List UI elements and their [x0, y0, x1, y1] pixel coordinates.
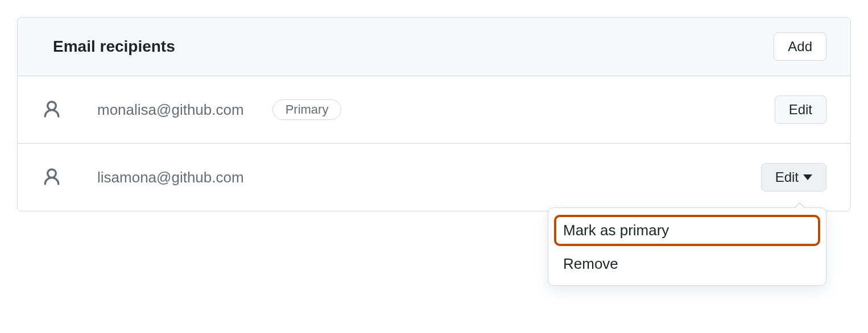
recipient-email: monalisa@github.com: [97, 101, 244, 119]
recipient-row: monalisa@github.com Primary Edit: [18, 76, 850, 144]
primary-badge: Primary: [272, 99, 342, 120]
email-recipients-panel: Email recipients Add monalisa@github.com…: [17, 17, 851, 211]
add-button-label: Add: [788, 39, 812, 55]
mark-as-primary-item[interactable]: Mark as primary: [554, 215, 820, 246]
row-actions: Edit: [761, 163, 826, 192]
edit-dropdown-menu: Mark as primary Remove: [548, 207, 826, 286]
person-icon: [42, 99, 62, 120]
edit-button[interactable]: Edit: [775, 95, 826, 124]
recipient-row: lisamona@github.com Edit Mark as primary…: [18, 144, 850, 211]
remove-item[interactable]: Remove: [548, 249, 826, 278]
dropdown-item-label: Mark as primary: [563, 222, 669, 239]
panel-header: Email recipients Add: [18, 18, 850, 76]
caret-down-icon: [803, 174, 812, 180]
row-actions: Edit: [775, 95, 826, 124]
edit-button-label: Edit: [775, 169, 799, 185]
dropdown-item-label: Remove: [563, 255, 618, 272]
panel-title: Email recipients: [53, 38, 175, 56]
edit-dropdown-button[interactable]: Edit: [761, 163, 826, 192]
person-icon: [42, 167, 62, 188]
add-button[interactable]: Add: [774, 32, 826, 61]
recipient-email: lisamona@github.com: [97, 169, 244, 186]
edit-button-label: Edit: [789, 102, 812, 118]
